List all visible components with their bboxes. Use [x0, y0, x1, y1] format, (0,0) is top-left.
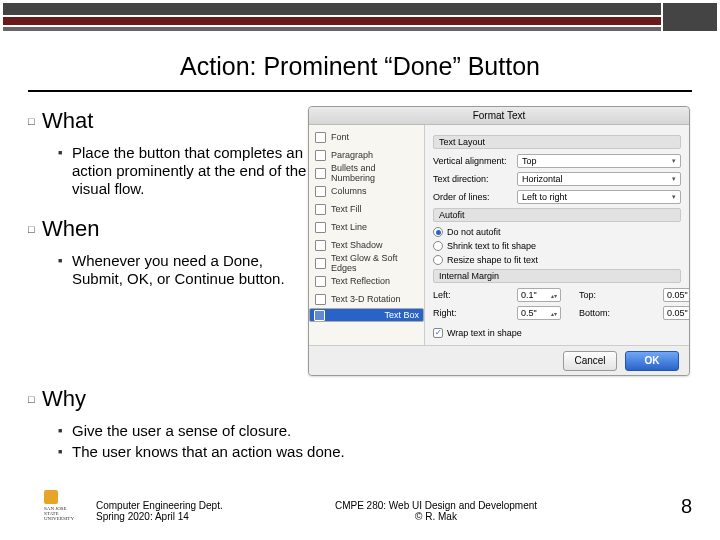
- bullet-square-icon: □: [28, 216, 42, 242]
- deco-square: [661, 3, 717, 31]
- sidebar-item[interactable]: Font: [309, 128, 424, 146]
- sidebar-item-icon: [315, 258, 326, 269]
- sidebar-item[interactable]: Text Box: [309, 308, 424, 322]
- autofit-radio[interactable]: [433, 227, 443, 237]
- sidebar-item-label: Text Shadow: [331, 240, 383, 250]
- direction-value: Horizontal: [522, 174, 563, 184]
- list-item: ■Give the user a sense of closure.: [58, 422, 588, 440]
- footer: Computer Engineering Dept. Spring 2020: …: [96, 500, 692, 522]
- university-logo: SAN JOSE STATE UNIVERSITY: [44, 490, 82, 520]
- bullet-small-icon: ■: [58, 252, 72, 270]
- sidebar-item-label: Bullets and Numbering: [331, 163, 418, 183]
- sidebar-item[interactable]: Text Glow & Soft Edges: [309, 254, 424, 272]
- logo-text1: SAN JOSE STATE: [44, 506, 82, 516]
- dialog-button-bar: Cancel OK: [309, 345, 689, 375]
- content-why: □Why ■Give the user a sense of closure. …: [28, 386, 588, 479]
- margin-top-input[interactable]: 0.05"▴▾: [663, 288, 689, 302]
- autofit-option-label: Resize shape to fit text: [447, 255, 538, 265]
- valign-label: Vertical alignment:: [433, 156, 513, 166]
- footer-course: CMPE 280: Web UI Design and Development: [296, 500, 576, 511]
- sidebar-item[interactable]: Columns: [309, 182, 424, 200]
- autofit-option-label: Shrink text to fit shape: [447, 241, 536, 251]
- sidebar-item[interactable]: Bullets and Numbering: [309, 164, 424, 182]
- margin-left-label: Left:: [433, 290, 513, 300]
- margin-right-input[interactable]: 0.5"▴▾: [517, 306, 561, 320]
- footer-author: © R. Mak: [296, 511, 576, 522]
- sidebar-item-label: Text Reflection: [331, 276, 390, 286]
- direction-label: Text direction:: [433, 174, 513, 184]
- sidebar-item-icon: [315, 186, 326, 197]
- deco-bar-2: [3, 17, 717, 25]
- sidebar-item-icon: [315, 276, 326, 287]
- autofit-radios: Do not autofitShrink text to fit shapeRe…: [433, 227, 681, 265]
- sidebar-item[interactable]: Paragraph: [309, 146, 424, 164]
- sidebar-item-icon: [314, 310, 325, 321]
- wrap-label: Wrap text in shape: [447, 328, 522, 338]
- sidebar-item-label: Text 3-D Rotation: [331, 294, 401, 304]
- sidebar-item-label: Text Glow & Soft Edges: [331, 253, 418, 273]
- chevron-down-icon: ▾: [672, 193, 676, 201]
- valign-select[interactable]: Top▾: [517, 154, 681, 168]
- dialog-pane: Text Layout Vertical alignment:Top▾ Text…: [425, 125, 689, 345]
- body-text: Give the user a sense of closure.: [72, 422, 291, 440]
- bullet-square-icon: □: [28, 386, 42, 412]
- title-underline: [28, 90, 692, 92]
- slide-title: Action: Prominent “Done” Button: [0, 52, 720, 81]
- sidebar-item[interactable]: Text Fill: [309, 200, 424, 218]
- margin-bottom-label: Bottom:: [579, 308, 659, 318]
- chevron-down-icon: ▾: [672, 175, 676, 183]
- logo-mark-icon: [44, 490, 58, 504]
- sidebar-item-label: Columns: [331, 186, 367, 196]
- direction-select[interactable]: Horizontal▾: [517, 172, 681, 186]
- list-item: ■Whenever you need a Done, Submit, OK, o…: [58, 252, 308, 288]
- chevron-down-icon: ▾: [672, 157, 676, 165]
- sidebar-item-label: Text Line: [331, 222, 367, 232]
- stepper-icon: ▴▾: [551, 292, 557, 299]
- margin-right-label: Right:: [433, 308, 513, 318]
- cancel-button[interactable]: Cancel: [563, 351, 617, 371]
- sidebar-item-icon: [315, 168, 326, 179]
- group-header-layout: Text Layout: [433, 135, 681, 149]
- group-header-autofit: Autofit: [433, 208, 681, 222]
- sidebar-item-label: Font: [331, 132, 349, 142]
- wrap-checkbox[interactable]: ✓: [433, 328, 443, 338]
- order-label: Order of lines:: [433, 192, 513, 202]
- sidebar-item-icon: [315, 294, 326, 305]
- bullet-small-icon: ■: [58, 144, 72, 162]
- format-text-dialog: Format Text FontParagraphBullets and Num…: [308, 106, 690, 376]
- order-value: Left to right: [522, 192, 567, 202]
- autofit-radio[interactable]: [433, 255, 443, 265]
- section-heading-why: Why: [42, 386, 86, 412]
- margin-top-label: Top:: [579, 290, 659, 300]
- sidebar-item[interactable]: Text 3-D Rotation: [309, 290, 424, 308]
- deco-bar-1: [3, 3, 717, 15]
- footer-term: Spring 2020: April 14: [96, 511, 296, 522]
- logo-text2: UNIVERSITY: [44, 516, 82, 521]
- ok-button[interactable]: OK: [625, 351, 679, 371]
- deco-bar-3: [3, 27, 717, 31]
- dialog-sidebar: FontParagraphBullets and NumberingColumn…: [309, 125, 425, 345]
- sidebar-item-icon: [315, 150, 326, 161]
- valign-value: Top: [522, 156, 537, 166]
- sidebar-item[interactable]: Text Shadow: [309, 236, 424, 254]
- body-text: Whenever you need a Done, Submit, OK, or…: [72, 252, 308, 288]
- sidebar-item-icon: [315, 240, 326, 251]
- list-item: ■Place the button that completes an acti…: [58, 144, 308, 198]
- slide: Action: Prominent “Done” Button □What ■P…: [0, 0, 720, 540]
- sidebar-item[interactable]: Text Reflection: [309, 272, 424, 290]
- section-heading-what: What: [42, 108, 93, 134]
- sidebar-item-icon: [315, 222, 326, 233]
- sidebar-item-label: Text Box: [384, 310, 419, 320]
- margin-left-input[interactable]: 0.1"▴▾: [517, 288, 561, 302]
- autofit-radio[interactable]: [433, 241, 443, 251]
- sidebar-item-label: Text Fill: [331, 204, 362, 214]
- body-text: The user knows that an action was done.: [72, 443, 345, 461]
- margin-bottom-input[interactable]: 0.05"▴▾: [663, 306, 689, 320]
- bullet-square-icon: □: [28, 108, 42, 134]
- sidebar-item-icon: [315, 132, 326, 143]
- bullet-small-icon: ■: [58, 443, 72, 461]
- sidebar-item[interactable]: Text Line: [309, 218, 424, 236]
- order-select[interactable]: Left to right▾: [517, 190, 681, 204]
- bullet-small-icon: ■: [58, 422, 72, 440]
- group-header-margin: Internal Margin: [433, 269, 681, 283]
